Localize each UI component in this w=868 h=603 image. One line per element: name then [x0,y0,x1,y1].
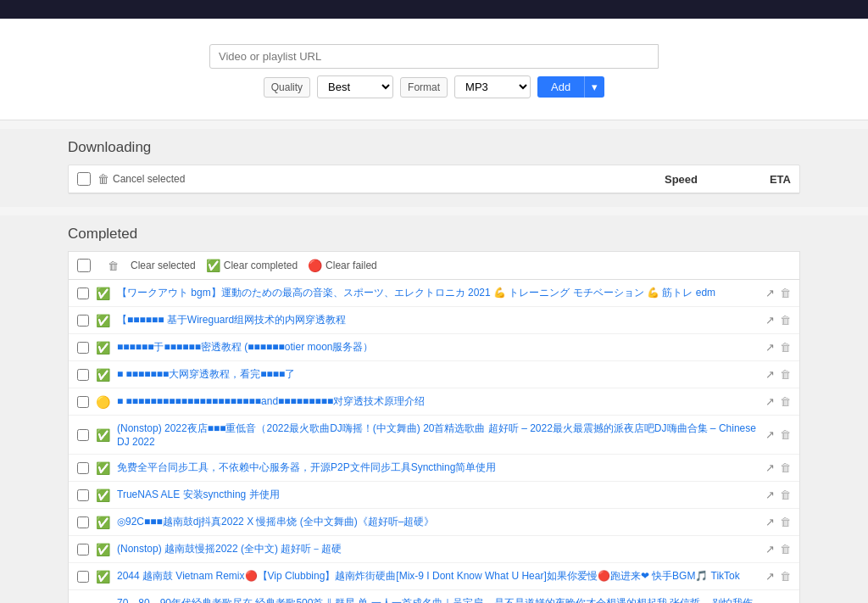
list-item: ✅ ◎92C■■■越南鼓dj抖真2022 X 慢摇串烧 (全中文舞曲)《超好听–… [69,509,799,536]
list-item: ✅ 【■■■■■■ 基于Wireguard组网技术的内网穿透教程 ↗ 🗑 [69,307,799,334]
item-checkbox[interactable] [77,342,89,354]
list-item: ✅ 70、80、90年代经典老歌尽在 经典老歌500首 ‖ 群星 单 一人一首成… [69,590,799,603]
item-checkbox[interactable] [77,369,89,381]
list-item: ✅ 2044 越南鼓 Vietnam Remix🔴【Vip Clubbing】越… [69,563,799,590]
list-item: ✅ TrueNAS ALE 安装syncthing 并使用 ↗ 🗑 [69,482,799,509]
item-title[interactable]: 【ワークアウト bgm】運動のための最高の音楽、スポーツ、エレクトロニカ 202… [117,286,759,300]
add-button[interactable]: Add [537,76,584,98]
list-item: ✅ 免费全平台同步工具，不依赖中心服务器，开源P2P文件同步工具Syncthin… [69,455,799,482]
external-link-icon[interactable]: ↗ [765,489,775,501]
status-ok-icon: ✅ [96,543,110,556]
status-ok-icon: ✅ [96,516,110,529]
list-item: ✅ (Nonstop) 越南鼓慢摇2022 (全中文) 超好听－超硬 ↗ 🗑 [69,536,799,563]
delete-icon[interactable]: 🗑 [780,314,791,327]
item-title[interactable]: 免费全平台同步工具，不依赖中心服务器，开源P2P文件同步工具Syncthing简… [117,461,759,475]
clear-selected-button[interactable]: Clear selected [131,260,196,271]
trash-icon-downloading: 🗑 [97,172,109,186]
item-title[interactable]: (Nonstop) 越南鼓慢摇2022 (全中文) 超好听－超硬 [117,542,759,556]
external-link-icon[interactable]: ↗ [765,341,775,354]
trash-icon-completed: 🗑 [108,260,119,272]
external-link-icon[interactable]: ↗ [765,516,775,528]
list-item: 🟡 ■ ■■■■■■■■■■■■■■■■■■■■■■and■■■■■■■■■对穿… [69,388,799,416]
completed-select-all[interactable] [77,259,91,272]
status-ok-icon: ✅ [96,287,110,300]
item-checkbox[interactable] [77,315,89,327]
downloading-section: Downloading 🗑 Cancel selected Speed ETA [0,129,868,207]
external-link-icon[interactable]: ↗ [765,428,775,441]
add-dropdown-button[interactable]: ▾ [584,76,604,98]
item-title[interactable]: ■ ■■■■■■■大网穿透教程，看完■■■■了 [117,367,759,382]
external-link-icon[interactable]: ↗ [765,395,775,408]
item-title[interactable]: ■ ■■■■■■■■■■■■■■■■■■■■■■and■■■■■■■■■对穿透技… [117,394,759,409]
list-item: ✅ (Nonstop) 2022夜店■■■重低音（2022最火歌曲DJ嗨摇！(中… [69,416,799,455]
item-title[interactable]: 70、80、90年代经典老歌尽在 经典老歌500首 ‖ 群星 单 一人一首成名曲… [117,596,759,603]
eta-col-header: ETA [723,173,791,186]
delete-icon[interactable]: 🗑 [780,368,791,381]
item-checkbox[interactable] [77,288,89,299]
list-item: ✅ ■ ■■■■■■■大网穿透教程，看完■■■■了 ↗ 🗑 [69,361,799,388]
delete-icon[interactable]: 🗑 [780,461,791,474]
item-checkbox[interactable] [77,489,89,501]
downloading-title: Downloading [68,139,800,156]
item-title[interactable]: 2044 越南鼓 Vietnam Remix🔴【Vip Clubbing】越南炸… [117,569,759,583]
top-bar [0,0,868,19]
clear-completed-button[interactable]: ✅ Clear completed [206,259,298,272]
item-title[interactable]: ■■■■■■于■■■■■■密透教程 (■■■■■■otier moon服务器） [117,340,759,355]
delete-icon[interactable]: 🗑 [780,287,791,299]
format-label: Format [400,77,448,98]
delete-icon[interactable]: 🗑 [780,516,791,528]
status-ok-icon: ✅ [96,341,110,355]
external-link-icon[interactable]: ↗ [765,314,775,327]
delete-icon[interactable]: 🗑 [780,543,791,556]
item-checkbox[interactable] [77,429,89,441]
list-item: ✅ ■■■■■■于■■■■■■密透教程 (■■■■■■otier moon服务器… [69,334,799,361]
status-ok-icon: ✅ [96,570,110,583]
status-ok-icon: ✅ [96,461,110,475]
clear-failed-button[interactable]: 🔴 Clear failed [308,259,377,272]
completed-items-list: ✅ 【ワークアウト bgm】運動のための最高の音楽、スポーツ、エレクトロニカ 2… [69,280,799,603]
external-link-icon[interactable]: ↗ [765,543,775,556]
completed-title: Completed [68,226,800,243]
downloading-select-all[interactable] [77,172,91,186]
list-item: ✅ 【ワークアウト bgm】運動のための最高の音楽、スポーツ、エレクトロニカ 2… [69,280,799,307]
item-checkbox[interactable] [77,516,89,528]
url-input[interactable] [209,44,659,69]
external-link-icon[interactable]: ↗ [765,570,775,583]
quality-dropdown[interactable]: Best 1080p 720p 480p 360p [317,75,393,98]
status-ok-icon: ✅ [96,368,110,382]
external-link-icon[interactable]: ↗ [765,368,775,381]
item-checkbox[interactable] [77,544,89,556]
status-ok-icon: ✅ [96,428,110,442]
item-checkbox[interactable] [77,462,89,474]
item-title[interactable]: ◎92C■■■越南鼓dj抖真2022 X 慢摇串烧 (全中文舞曲)《超好听–超硬… [117,515,759,529]
delete-icon[interactable]: 🗑 [780,489,791,501]
format-dropdown[interactable]: MP3 MP4 AAC FLAC WAV [454,75,531,98]
status-ok-icon: ✅ [96,314,110,327]
url-section: Quality Best 1080p 720p 480p 360p Format… [0,19,868,120]
cancel-selected-button[interactable]: Cancel selected [113,173,185,185]
delete-icon[interactable]: 🗑 [780,395,791,408]
item-checkbox[interactable] [77,396,89,408]
item-title[interactable]: (Nonstop) 2022夜店■■■重低音（2022最火歌曲DJ嗨摇！(中文舞… [117,422,759,448]
item-checkbox[interactable] [77,571,89,583]
item-title[interactable]: 【■■■■■■ 基于Wireguard组网技术的内网穿透教程 [117,313,759,327]
delete-icon[interactable]: 🗑 [780,570,791,583]
completed-section: Completed 🗑 Clear selected ✅ Clear compl… [0,215,868,603]
status-warn-icon: 🟡 [96,395,110,409]
external-link-icon[interactable]: ↗ [765,287,775,299]
item-title[interactable]: TrueNAS ALE 安装syncthing 并使用 [117,488,759,502]
quality-label: Quality [264,77,310,98]
delete-icon[interactable]: 🗑 [780,341,791,354]
delete-icon[interactable]: 🗑 [780,428,791,441]
status-ok-icon: ✅ [96,489,110,502]
speed-col-header: Speed [630,173,698,186]
external-link-icon[interactable]: ↗ [765,461,775,474]
